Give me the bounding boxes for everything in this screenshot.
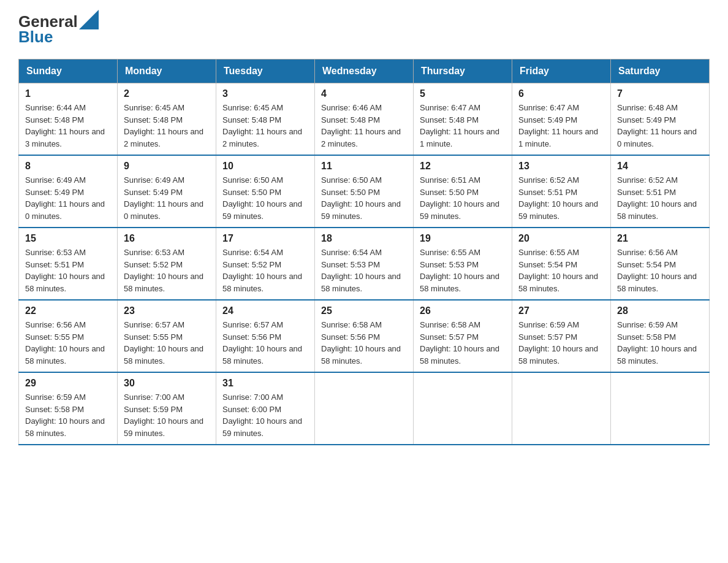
day-number: 28 [617,305,703,316]
day-info: Sunrise: 6:59 AMSunset: 5:58 PMDaylight:… [25,391,111,439]
calendar-cell: 6Sunrise: 6:47 AMSunset: 5:49 PMDaylight… [512,83,611,156]
weekday-header-tuesday: Tuesday [216,59,315,83]
day-info: Sunrise: 7:00 AMSunset: 5:59 PMDaylight:… [124,391,210,439]
day-info: Sunrise: 6:55 AMSunset: 5:54 PMDaylight:… [518,247,604,294]
day-number: 19 [420,233,506,244]
logo: General Blue [18,12,99,47]
day-number: 26 [420,305,506,316]
calendar-cell [315,372,414,445]
calendar-cell: 14Sunrise: 6:52 AMSunset: 5:51 PMDayligh… [611,155,710,228]
day-number: 12 [420,161,506,172]
day-info: Sunrise: 6:59 AMSunset: 5:58 PMDaylight:… [617,319,703,367]
day-number: 17 [222,233,308,244]
calendar-cell: 7Sunrise: 6:48 AMSunset: 5:49 PMDaylight… [611,83,710,156]
calendar-table: SundayMondayTuesdayWednesdayThursdayFrid… [18,59,710,445]
calendar-cell: 20Sunrise: 6:55 AMSunset: 5:54 PMDayligh… [512,228,611,300]
day-info: Sunrise: 6:52 AMSunset: 5:51 PMDaylight:… [518,174,604,222]
day-info: Sunrise: 6:51 AMSunset: 5:50 PMDaylight:… [420,174,506,222]
calendar-cell: 27Sunrise: 6:59 AMSunset: 5:57 PMDayligh… [512,300,611,372]
calendar-cell: 5Sunrise: 6:47 AMSunset: 5:48 PMDaylight… [414,83,512,156]
weekday-header-thursday: Thursday [414,59,512,83]
calendar-cell: 1Sunrise: 6:44 AMSunset: 5:48 PMDaylight… [19,83,118,156]
week-row-5: 29Sunrise: 6:59 AMSunset: 5:58 PMDayligh… [19,372,710,445]
day-info: Sunrise: 6:52 AMSunset: 5:51 PMDaylight:… [617,174,703,222]
week-row-2: 8Sunrise: 6:49 AMSunset: 5:49 PMDaylight… [19,155,710,228]
day-info: Sunrise: 6:58 AMSunset: 5:57 PMDaylight:… [420,319,506,367]
day-number: 20 [518,233,604,244]
weekday-header-monday: Monday [118,59,216,83]
day-number: 29 [25,378,111,389]
calendar-cell [512,372,611,445]
calendar-cell: 23Sunrise: 6:57 AMSunset: 5:55 PMDayligh… [118,300,216,372]
day-info: Sunrise: 7:00 AMSunset: 6:00 PMDaylight:… [222,391,308,439]
calendar-cell: 9Sunrise: 6:49 AMSunset: 5:49 PMDaylight… [118,155,216,228]
day-info: Sunrise: 6:47 AMSunset: 5:48 PMDaylight:… [420,102,506,150]
day-info: Sunrise: 6:55 AMSunset: 5:53 PMDaylight:… [420,247,506,294]
calendar-cell: 19Sunrise: 6:55 AMSunset: 5:53 PMDayligh… [414,228,512,300]
calendar-cell: 8Sunrise: 6:49 AMSunset: 5:49 PMDaylight… [19,155,118,228]
calendar-cell: 2Sunrise: 6:45 AMSunset: 5:48 PMDaylight… [118,83,216,156]
day-number: 23 [124,305,210,316]
day-number: 2 [124,88,210,99]
week-row-4: 22Sunrise: 6:56 AMSunset: 5:55 PMDayligh… [19,300,710,372]
day-number: 5 [420,88,506,99]
calendar-cell: 4Sunrise: 6:46 AMSunset: 5:48 PMDaylight… [315,83,414,156]
day-number: 16 [124,233,210,244]
weekday-header-sunday: Sunday [19,59,118,83]
svg-marker-0 [79,10,99,29]
logo-icon [79,10,99,29]
day-info: Sunrise: 6:44 AMSunset: 5:48 PMDaylight:… [25,102,111,150]
day-info: Sunrise: 6:49 AMSunset: 5:49 PMDaylight:… [25,174,111,222]
day-info: Sunrise: 6:50 AMSunset: 5:50 PMDaylight:… [321,174,407,222]
day-info: Sunrise: 6:54 AMSunset: 5:53 PMDaylight:… [321,247,407,294]
day-info: Sunrise: 6:50 AMSunset: 5:50 PMDaylight:… [222,174,308,222]
day-number: 18 [321,233,407,244]
calendar-cell: 17Sunrise: 6:54 AMSunset: 5:52 PMDayligh… [216,228,315,300]
calendar-cell: 16Sunrise: 6:53 AMSunset: 5:52 PMDayligh… [118,228,216,300]
week-row-1: 1Sunrise: 6:44 AMSunset: 5:48 PMDaylight… [19,83,710,156]
day-number: 7 [617,88,703,99]
day-number: 14 [617,161,703,172]
page-header: General Blue [18,12,710,47]
weekday-header-friday: Friday [512,59,611,83]
calendar-cell: 29Sunrise: 6:59 AMSunset: 5:58 PMDayligh… [19,372,118,445]
calendar-cell: 13Sunrise: 6:52 AMSunset: 5:51 PMDayligh… [512,155,611,228]
calendar-cell: 21Sunrise: 6:56 AMSunset: 5:54 PMDayligh… [611,228,710,300]
calendar-cell: 15Sunrise: 6:53 AMSunset: 5:51 PMDayligh… [19,228,118,300]
day-info: Sunrise: 6:59 AMSunset: 5:57 PMDaylight:… [518,319,604,367]
day-number: 27 [518,305,604,316]
day-number: 15 [25,233,111,244]
calendar-cell: 28Sunrise: 6:59 AMSunset: 5:58 PMDayligh… [611,300,710,372]
weekday-header-wednesday: Wednesday [315,59,414,83]
day-info: Sunrise: 6:46 AMSunset: 5:48 PMDaylight:… [321,102,407,150]
day-info: Sunrise: 6:53 AMSunset: 5:52 PMDaylight:… [124,247,210,294]
day-number: 11 [321,161,407,172]
day-info: Sunrise: 6:56 AMSunset: 5:55 PMDaylight:… [25,319,111,367]
day-number: 4 [321,88,407,99]
day-number: 31 [222,378,308,389]
week-row-3: 15Sunrise: 6:53 AMSunset: 5:51 PMDayligh… [19,228,710,300]
calendar-cell [414,372,512,445]
day-info: Sunrise: 6:57 AMSunset: 5:55 PMDaylight:… [124,319,210,367]
calendar-cell: 3Sunrise: 6:45 AMSunset: 5:48 PMDaylight… [216,83,315,156]
calendar-cell: 12Sunrise: 6:51 AMSunset: 5:50 PMDayligh… [414,155,512,228]
calendar-cell: 18Sunrise: 6:54 AMSunset: 5:53 PMDayligh… [315,228,414,300]
day-number: 22 [25,305,111,316]
calendar-cell: 22Sunrise: 6:56 AMSunset: 5:55 PMDayligh… [19,300,118,372]
day-info: Sunrise: 6:49 AMSunset: 5:49 PMDaylight:… [124,174,210,222]
day-number: 30 [124,378,210,389]
day-number: 10 [222,161,308,172]
day-number: 21 [617,233,703,244]
calendar-cell: 25Sunrise: 6:58 AMSunset: 5:56 PMDayligh… [315,300,414,372]
day-number: 3 [222,88,308,99]
calendar-cell: 10Sunrise: 6:50 AMSunset: 5:50 PMDayligh… [216,155,315,228]
weekday-header-saturday: Saturday [611,59,710,83]
day-number: 9 [124,161,210,172]
day-number: 6 [518,88,604,99]
day-info: Sunrise: 6:45 AMSunset: 5:48 PMDaylight:… [222,102,308,150]
day-info: Sunrise: 6:53 AMSunset: 5:51 PMDaylight:… [25,247,111,294]
day-number: 13 [518,161,604,172]
calendar-cell: 26Sunrise: 6:58 AMSunset: 5:57 PMDayligh… [414,300,512,372]
calendar-cell: 24Sunrise: 6:57 AMSunset: 5:56 PMDayligh… [216,300,315,372]
day-info: Sunrise: 6:56 AMSunset: 5:54 PMDaylight:… [617,247,703,294]
